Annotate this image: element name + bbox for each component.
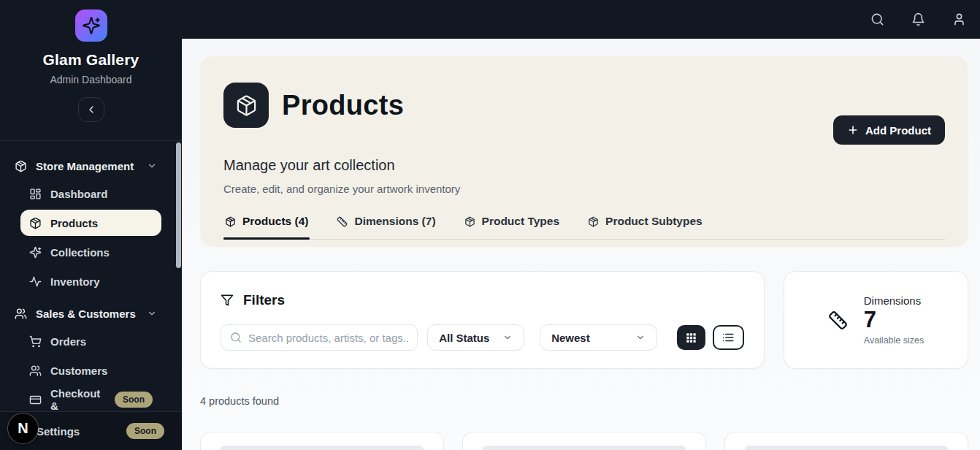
sidebar-section-store-management[interactable]: Store Management: [12, 154, 170, 178]
sparkles-icon: [82, 16, 101, 35]
tab-label: Products (4): [242, 215, 308, 228]
package-icon: [29, 217, 42, 229]
brand-name: Glam Gallery: [12, 51, 170, 69]
sidebar-item-checkout[interactable]: Checkout & Soon: [20, 386, 161, 411]
tab-label: Product Types: [482, 215, 560, 228]
main-area: Products Add Product Manage your art col…: [182, 0, 980, 450]
page-header-card: Products Add Product Manage your art col…: [200, 56, 968, 247]
products-icon-tile: [223, 83, 269, 128]
sidebar-item-dashboard[interactable]: Dashboard: [20, 180, 161, 207]
soon-badge: Soon: [115, 392, 153, 408]
sparkles-icon: [29, 246, 42, 259]
sidebar-item-products[interactable]: Products: [20, 210, 161, 236]
page-content: Products Add Product Manage your art col…: [182, 39, 980, 450]
sidebar-item-inventory[interactable]: Inventory: [20, 268, 161, 294]
ruler-icon: [337, 216, 348, 227]
page-subtitle: Manage your art collection: [223, 157, 945, 174]
sort-select[interactable]: Newest: [540, 324, 656, 351]
credit-card-icon: [29, 394, 42, 406]
search-icon[interactable]: [870, 12, 884, 26]
product-image-placeholder: [482, 446, 686, 450]
sidebar-item-collections[interactable]: Collections: [20, 239, 161, 265]
list-view-icon: [721, 331, 735, 344]
sidebar-section-sales-customers[interactable]: Sales & Customers: [12, 302, 170, 325]
nav-item-label: Customers: [50, 365, 107, 377]
product-grid: [200, 432, 968, 450]
status-filter-select[interactable]: All Status: [427, 324, 524, 351]
list-view-button[interactable]: [713, 325, 744, 350]
page-title: Products: [282, 83, 404, 128]
search-icon: [230, 332, 242, 343]
page-description: Create, edit, and organize your artwork …: [223, 183, 945, 195]
add-product-label: Add Product: [865, 124, 931, 137]
sidebar-item-orders[interactable]: Orders: [20, 328, 161, 354]
product-card[interactable]: [724, 432, 968, 450]
dashboard-icon: [29, 188, 42, 200]
chevron-down-icon: [147, 161, 157, 171]
nav-item-label: Checkout &: [50, 387, 106, 411]
tab-dimensions[interactable]: Dimensions (7): [335, 215, 437, 239]
tab-label: Product Subtypes: [605, 215, 703, 228]
plus-icon: [847, 124, 859, 136]
user-icon[interactable]: [952, 12, 966, 26]
funnel-icon: [221, 294, 234, 307]
chevron-down-icon: [147, 308, 157, 319]
sidebar-collapse-button[interactable]: [78, 97, 104, 122]
grid-view-icon: [685, 332, 697, 344]
product-card[interactable]: [200, 432, 444, 450]
filters-card: Filters All Status Newest: [200, 271, 765, 369]
tab-bar: Products (4) Dimensions (7) Product Type…: [223, 215, 945, 240]
stat-sublabel: Available sizes: [864, 335, 924, 346]
ruler-icon: [828, 310, 848, 330]
stat-value: 7: [864, 308, 924, 332]
nav-item-label: Collections: [50, 246, 110, 259]
search-products-input[interactable]: [248, 332, 408, 344]
nav-item-label: Orders: [50, 335, 86, 348]
sidebar-scrollbar[interactable]: [176, 142, 181, 268]
tab-product-types[interactable]: Product Types: [463, 215, 562, 239]
section-label: Sales & Customers: [36, 308, 136, 320]
nav-item-label: Products: [50, 217, 98, 229]
search-products-input-wrap: [221, 324, 418, 351]
users-icon: [15, 308, 27, 320]
chevron-down-icon: [502, 332, 513, 343]
soon-badge: Soon: [126, 423, 164, 439]
section-label: Store Management: [36, 160, 134, 172]
add-product-button[interactable]: Add Product: [833, 115, 945, 145]
users-icon: [29, 365, 42, 377]
dimensions-stat-card: Dimensions 7 Available sizes: [784, 271, 968, 369]
stat-label: Dimensions: [864, 294, 924, 307]
sidebar: Glam Gallery Admin Dashboard Store Manag…: [0, 0, 182, 450]
sort-value: Newest: [551, 332, 590, 344]
nav-item-label: Settings: [37, 425, 80, 438]
package-icon: [225, 216, 236, 227]
product-image-placeholder: [744, 446, 949, 450]
n-avatar-button[interactable]: N: [8, 413, 38, 443]
bell-icon[interactable]: [911, 12, 925, 26]
tab-products[interactable]: Products (4): [223, 215, 310, 239]
package-icon: [464, 216, 475, 227]
brand-subtitle: Admin Dashboard: [12, 74, 170, 85]
topbar: [182, 0, 980, 39]
nav-item-label: Dashboard: [50, 188, 107, 200]
grid-view-button[interactable]: [677, 325, 705, 350]
sidebar-item-customers[interactable]: Customers: [20, 357, 161, 384]
nav-item-label: Inventory: [50, 275, 100, 288]
sidebar-header: Glam Gallery Admin Dashboard: [0, 0, 182, 140]
tab-label: Dimensions (7): [354, 215, 435, 228]
chevron-down-icon: [635, 332, 646, 343]
sidebar-nav: Store Management Dashboard Products Coll…: [0, 140, 182, 411]
product-card[interactable]: [462, 432, 706, 450]
chevron-left-icon: [85, 104, 97, 115]
package-icon: [235, 94, 258, 117]
package-icon: [588, 216, 599, 227]
shopping-cart-icon: [29, 335, 42, 348]
tab-product-subtypes[interactable]: Product Subtypes: [586, 215, 704, 239]
results-count: 4 products found: [200, 395, 968, 407]
filters-heading: Filters: [243, 292, 285, 308]
activity-icon: [29, 275, 42, 288]
status-filter-value: All Status: [439, 332, 489, 344]
product-image-placeholder: [220, 446, 424, 450]
brand-logo: [75, 9, 107, 42]
package-icon: [15, 160, 27, 172]
